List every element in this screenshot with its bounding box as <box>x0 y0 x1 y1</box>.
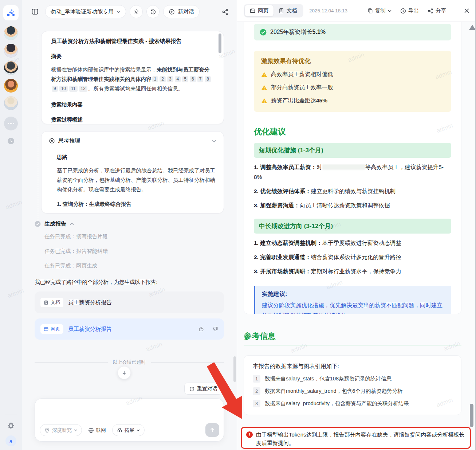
scroll-to-bottom-button[interactable] <box>118 366 131 379</box>
chat-scrollbar-thumb[interactable] <box>233 356 236 382</box>
chevron-down-icon[interactable] <box>212 140 216 142</box>
optimization-heading: 优化建议 <box>254 126 451 137</box>
report-timestamp: 2025.12.04 18:13 <box>309 8 347 13</box>
citation-chip[interactable]: 6 <box>190 76 196 82</box>
arrow-up-icon <box>209 427 215 433</box>
preview-tabs: 网页 文档 <box>244 4 303 17</box>
deep-research-icon <box>44 427 50 433</box>
tab-webpage-label: 网页 <box>258 7 268 14</box>
report-content-card: 2025年薪资增长5.1% 激励效果有待优化 高效率员工薪资相对偏低 部分高薪资… <box>244 22 461 314</box>
citation-chip[interactable]: 1 <box>152 76 158 82</box>
send-button[interactable] <box>205 423 219 437</box>
warning-triangle-icon <box>261 85 267 90</box>
citation-chip[interactable]: 3 <box>167 76 173 82</box>
reference-number: 1 <box>253 375 260 383</box>
summary-paragraph: 根据在智能体内部知识库中的搜索结果显示，未能找到与员工薪资分析方法和薪酬管理最佳… <box>51 65 214 93</box>
reasoning-card: 思考推理 思路 基于已完成的分析，现在进行最后的综合总结。我已经完成了对员工薪资… <box>41 131 224 214</box>
citation-chip[interactable]: 10 <box>59 86 68 92</box>
extensions-label: 拓展 <box>125 427 134 434</box>
thumbs-down-icon[interactable] <box>212 326 218 332</box>
share-chat-icon[interactable] <box>222 8 229 15</box>
web-badge-label: 网页 <box>51 326 60 332</box>
agent-avatar[interactable] <box>4 79 18 93</box>
preview-scrollbar-thumb[interactable] <box>470 404 473 427</box>
growth-text: 2025年薪资增长5.1% <box>270 28 326 36</box>
collapse-sidebar-icon[interactable] <box>31 8 39 15</box>
plus-circle-icon <box>169 9 175 15</box>
web-report-card[interactable]: 网页 员工薪资分析报告 <box>35 318 224 340</box>
logo-dots-icon <box>6 8 16 17</box>
scroll-up-arrow[interactable] <box>469 25 476 30</box>
document-icon <box>279 8 284 13</box>
citation-chip[interactable]: 9 <box>52 86 58 92</box>
error-message: 由于模型输出Tokens达到上限，报告部分内容存在缺失，请缩短提问内容或分析模板… <box>256 430 465 445</box>
header-divider <box>455 8 455 14</box>
export-button[interactable]: 导出 <box>400 7 419 14</box>
error-exclamation-icon: ! <box>246 431 253 438</box>
doc-badge-label: 文档 <box>51 299 60 306</box>
citation-chip[interactable]: 7 <box>197 76 204 82</box>
web-search-label: 联网 <box>96 427 106 434</box>
chat-settings-button[interactable] <box>130 5 143 18</box>
long-term-banner: 中长期改进方向 (3-12个月) <box>254 219 451 234</box>
implementation-text: 建议分阶段实施优化措施，优先解决最突出的薪资不匹配问题，同时建立长效机制确保薪资… <box>262 300 445 314</box>
agent-avatar[interactable] <box>4 44 18 58</box>
copy-icon <box>367 8 373 13</box>
task-item: 任务已完成：报告智能纠错 <box>44 248 108 255</box>
check-circle-icon <box>260 29 267 36</box>
chevron-down-icon <box>388 10 392 12</box>
agent-avatar[interactable] <box>4 96 18 110</box>
document-icon <box>44 300 48 305</box>
tab-document[interactable]: 文档 <box>274 5 302 16</box>
more-agents-button[interactable] <box>4 117 18 130</box>
copy-label: 复制 <box>375 7 386 14</box>
check-circle-icon <box>35 221 41 227</box>
idea-heading: 思路 <box>57 154 216 161</box>
message-input[interactable]: 深度研究 联网 拓展 <box>35 398 224 442</box>
history-clock-icon[interactable] <box>7 137 15 145</box>
new-chat-button[interactable]: 新对话 <box>163 5 200 18</box>
warning-triangle-icon <box>261 72 267 77</box>
workspace-dropdown[interactable]: 勿动_孝坤验证新功能专用 <box>45 5 126 18</box>
reset-label: 重置对话 <box>197 386 217 392</box>
card-scrollbar-thumb[interactable] <box>219 34 221 53</box>
extensions-chip[interactable]: 拓展 <box>112 424 145 436</box>
optimization-item: 3. 加强薪资沟通：向员工清晰传达薪资政策和调整依据 <box>254 200 451 210</box>
agent-avatar[interactable] <box>4 26 18 40</box>
citation-chip[interactable]: 8 <box>205 76 211 82</box>
reference-underline <box>244 345 461 345</box>
close-icon[interactable] <box>464 8 469 13</box>
session-timeout-divider: 以上会话已超时 <box>35 359 224 365</box>
citation-chip[interactable]: 5 <box>182 76 188 82</box>
thumbs-up-icon[interactable] <box>198 326 204 332</box>
share-button[interactable]: 分享 <box>428 7 446 14</box>
reasoning-icon <box>49 138 55 144</box>
copy-button[interactable]: 复制 <box>367 7 392 14</box>
citation-chip[interactable]: 4 <box>175 76 181 82</box>
citation-chip[interactable]: 12 <box>79 86 87 92</box>
reasoning-step: 1. 查询分析：生成最终综合报告 <box>57 199 216 209</box>
chevron-up-icon[interactable] <box>70 223 74 225</box>
export-label: 导出 <box>408 7 419 14</box>
agent-avatar[interactable] <box>4 61 18 75</box>
citation-chip[interactable]: 2 <box>160 76 166 82</box>
settings-gear-icon[interactable] <box>7 422 15 430</box>
report-preview-panel: 网页 文档 2025.12.04 18:13 复制 导出 分享 <box>237 0 476 450</box>
web-search-chip[interactable]: 联网 <box>87 424 107 436</box>
history-button[interactable] <box>146 5 160 18</box>
deep-research-chip[interactable]: 深度研究 <box>40 424 82 436</box>
user-avatar[interactable]: a <box>5 435 16 446</box>
citation-chip[interactable]: 11 <box>69 86 77 92</box>
warning-item: 高效率员工薪资相对偏低 <box>261 71 444 78</box>
reset-conversation-button[interactable]: 重置对话 <box>184 383 223 395</box>
doc-report-card[interactable]: 文档 员工薪资分析报告 <box>35 291 224 313</box>
reasoning-card-header[interactable]: 思考推理 <box>49 137 216 144</box>
generate-report-row[interactable]: 生成报告 <box>35 220 74 227</box>
app-logo[interactable] <box>3 5 19 20</box>
globe-icon <box>88 427 94 433</box>
warning-title: 激励效果有待优化 <box>261 57 444 65</box>
tab-webpage[interactable]: 网页 <box>245 5 274 16</box>
assistant-message: 我已经完成了路径中的全部分析，为您生成以下报告: <box>35 279 158 286</box>
browser-icon <box>250 8 255 13</box>
chevron-down-icon <box>74 429 77 431</box>
